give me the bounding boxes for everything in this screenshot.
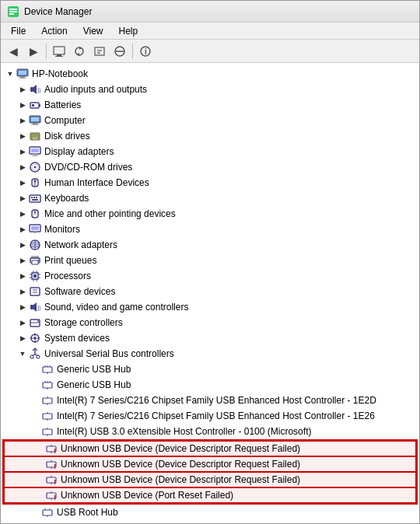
error-group: ▶ ! Unknown USB Device (Device Descripto… [2,439,418,505]
menu-file[interactable]: File [4,23,33,39]
usb-ctrl-icon-4 [41,425,54,438]
menu-help[interactable]: Help [112,23,145,39]
usb-cat-label: Universal Serial Bus controllers [44,348,174,359]
dvd-expander[interactable]: ▶ [16,161,29,173]
category-software[interactable]: ▶ Software devices [1,284,419,299]
root-expander[interactable]: ▼ [4,68,16,80]
back-button[interactable]: ◀ [4,42,23,61]
category-usb[interactable]: ▼ Universal Serial Bus controllers [1,346,419,362]
usb-child-10[interactable]: ▶ USB Root Hub [1,520,419,523]
category-network[interactable]: ▶ Network adapters [1,237,419,253]
processors-expander[interactable]: ▶ [16,270,29,282]
svg-rect-104 [43,429,52,435]
usb-child-2[interactable]: ▶ Intel(R) 7 Series/C216 Chipset Family … [1,393,419,408]
usb-child-1[interactable]: ▶ Generic USB Hub [1,377,419,393]
system-label: System devices [44,333,110,344]
sound-expander[interactable]: ▶ [16,301,29,313]
usb-child-8[interactable]: ▶ ! Unknown USB Device (Port Reset Faile… [4,487,416,503]
usb-child-0-label: Generic USB Hub [57,364,131,375]
svg-text:)): )) [37,87,41,93]
usb-ctrl-icon-3 [41,410,54,422]
usb-hub-icon-1 [41,379,54,391]
batteries-expander[interactable]: ▶ [16,99,29,111]
svg-rect-21 [30,103,39,108]
tree-root[interactable]: ▼ HP-Notebook [1,66,419,82]
system-expander[interactable]: ▶ [16,332,29,344]
category-system[interactable]: ▶ System devices [1,330,419,346]
batteries-label: Batteries [44,100,81,110]
hid-expander[interactable]: ▶ [16,176,29,189]
svg-marker-73 [33,302,37,312]
category-display[interactable]: ▶ Display adapters [1,144,419,159]
properties-button[interactable]: i [136,42,155,61]
hid-label: Human Interface Devices [44,177,149,188]
category-keyboards[interactable]: ▶ Keyboards [1,190,419,206]
window-title: Device Manager [24,6,92,17]
root-label: HP-Notebook [32,68,88,79]
keyboards-label: Keyboards [44,193,89,204]
category-processors[interactable]: ▶ Processors [1,268,419,284]
svg-rect-42 [31,197,33,198]
category-sound[interactable]: ▶ )) Sound, video and game controllers [1,299,419,315]
display-expander[interactable]: ▶ [16,145,29,158]
mice-expander[interactable]: ▶ [16,208,29,220]
usb-child-3[interactable]: ▶ Intel(R) 7 Series/C216 Chipset Family … [1,408,419,424]
category-disk[interactable]: ▶ Disk drives [1,128,419,144]
disk-expander[interactable]: ▶ [16,130,29,142]
print-expander[interactable]: ▶ [16,254,29,267]
category-monitors[interactable]: ▶ Monitors [1,222,419,237]
svg-point-85 [37,355,40,358]
usb-expander[interactable]: ▼ [16,348,29,360]
category-dvd[interactable]: ▶ DVD/CD-ROM drives [1,159,419,175]
tree-view[interactable]: ▼ HP-Notebook ▶ )) Audio i [1,63,419,523]
svg-rect-44 [36,197,37,198]
usb-child-5[interactable]: ▶ ! Unknown USB Device (Device Descripto… [4,441,416,456]
audio-expander[interactable]: ▶ [16,83,29,96]
category-print[interactable]: ▶ Print queues [1,253,419,268]
category-batteries[interactable]: ▶ Batteries [1,97,419,113]
keyboards-icon [29,192,41,204]
usb-child-9-label: USB Root Hub [57,507,118,518]
svg-rect-1 [9,9,17,10]
usb-child-7[interactable]: ▶ ! Unknown USB Device (Device Descripto… [4,472,416,487]
menu-view[interactable]: View [76,23,110,39]
category-mice[interactable]: ▶ Mice and other pointing devices [1,206,419,222]
svg-rect-93 [43,383,52,388]
svg-point-30 [34,138,36,139]
menu-action[interactable]: Action [34,23,74,39]
processors-label: Processors [44,271,91,281]
category-hid[interactable]: ▶ Human Interface Devices [1,175,419,190]
svg-text:i: i [145,47,147,56]
usb-child-9[interactable]: ▶ USB Root Hub [1,505,419,520]
usb-child-1-label: Generic USB Hub [57,379,131,390]
disable-button[interactable] [110,42,129,61]
software-expander[interactable]: ▶ [16,285,29,298]
monitors-expander[interactable]: ▶ [16,223,29,236]
disk-icon [29,130,41,142]
update-button[interactable] [70,42,89,61]
usb-child-4[interactable]: ▶ Intel(R) USB 3.0 eXtensible Host Contr… [1,424,419,439]
computer-expander[interactable]: ▶ [16,114,29,127]
category-audio[interactable]: ▶ )) Audio inputs and outputs [1,82,419,97]
print-label: Print queues [44,255,96,266]
usb-root-icon-10 [41,522,54,523]
svg-rect-98 [43,398,52,403]
network-expander[interactable]: ▶ [16,239,29,251]
category-storage[interactable]: ▶ Storage controllers [1,315,419,330]
svg-rect-5 [57,54,61,56]
svg-rect-23 [32,104,34,107]
svg-rect-72 [30,305,33,309]
usb-child-6[interactable]: ▶ ! Unknown USB Device (Device Descripto… [4,456,416,472]
computer-button[interactable] [50,42,68,61]
usb-child-6-label: Unknown USB Device (Device Descriptor Re… [61,459,300,470]
storage-expander[interactable]: ▶ [16,316,29,329]
forward-button[interactable]: ▶ [24,42,43,61]
svg-rect-27 [31,124,39,125]
svg-rect-41 [30,195,40,202]
keyboards-expander[interactable]: ▶ [16,192,29,204]
rollback-button[interactable] [90,42,109,61]
svg-text:!: ! [54,494,56,501]
usb-child-0[interactable]: ▶ Generic USB Hub [1,362,419,377]
svg-rect-4 [54,47,65,54]
category-computer[interactable]: ▶ Computer [1,113,419,128]
